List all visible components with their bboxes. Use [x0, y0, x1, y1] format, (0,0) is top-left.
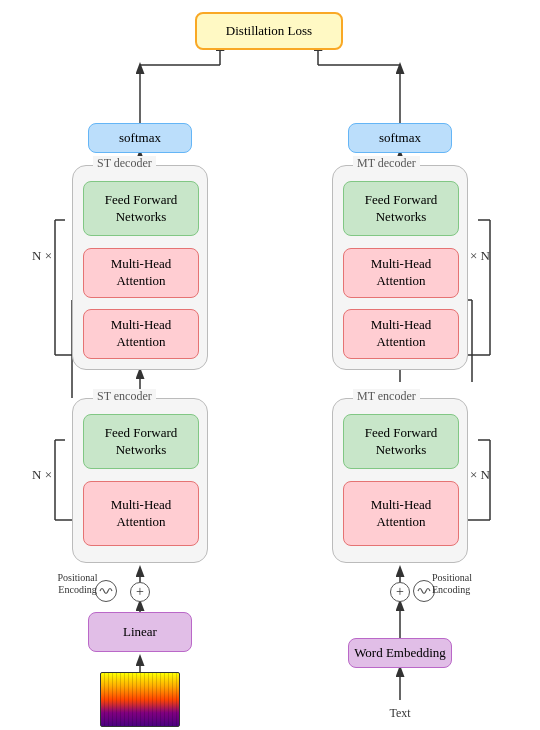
mt-softmax-box: softmax [348, 123, 452, 153]
nx-st-encoder-label: N × [32, 467, 52, 483]
st-decoder-ffn-box: Feed ForwardNetworks [83, 181, 199, 236]
mt-encoder-panel: MT encoder Feed ForwardNetworks Multi-He… [332, 398, 468, 563]
word-embedding-box: Word Embedding [348, 638, 452, 668]
mt-decoder-mha2-box: Multi-HeadAttention [343, 309, 459, 359]
st-decoder-ffn-label: Feed ForwardNetworks [105, 192, 178, 226]
linear-box: Linear [88, 612, 192, 652]
st-encoder-ffn-label: Feed ForwardNetworks [105, 425, 178, 459]
mt-plus-circle: + [390, 582, 410, 602]
nx-mt-decoder-label: × N [470, 248, 490, 264]
mt-encoder-label: MT encoder [353, 389, 420, 404]
mt-decoder-panel: MT decoder Feed ForwardNetworks Multi-He… [332, 165, 468, 370]
spectrogram-image [100, 672, 180, 727]
st-softmax-label: softmax [119, 130, 161, 147]
mt-decoder-ffn-box: Feed ForwardNetworks [343, 181, 459, 236]
st-encoder-mha-box: Multi-HeadAttention [83, 481, 199, 546]
st-decoder-mha2-box: Multi-HeadAttention [83, 309, 199, 359]
mt-decoder-ffn-label: Feed ForwardNetworks [365, 192, 438, 226]
st-decoder-panel: ST decoder Feed ForwardNetworks Multi-He… [72, 165, 208, 370]
nx-mt-encoder-label: × N [470, 467, 490, 483]
mt-encoder-mha-label: Multi-HeadAttention [371, 497, 432, 531]
st-decoder-label: ST decoder [93, 156, 156, 171]
st-plus-circle: + [130, 582, 150, 602]
text-input-label: Text [380, 706, 420, 721]
nx-st-decoder-label: N × [32, 248, 52, 264]
word-embedding-label: Word Embedding [354, 645, 446, 662]
mt-decoder-mha1-label: Multi-HeadAttention [371, 256, 432, 290]
distillation-loss-label: Distillation Loss [226, 23, 312, 40]
mt-decoder-label: MT decoder [353, 156, 420, 171]
st-encoder-label: ST encoder [93, 389, 156, 404]
st-encoder-ffn-box: Feed ForwardNetworks [83, 414, 199, 469]
mt-decoder-mha2-label: Multi-HeadAttention [371, 317, 432, 351]
diagram: Distillation Loss softmax softmax ST dec… [0, 0, 540, 730]
st-softmax-box: softmax [88, 123, 192, 153]
distillation-loss-box: Distillation Loss [195, 12, 343, 50]
st-encoder-panel: ST encoder Feed ForwardNetworks Multi-He… [72, 398, 208, 563]
mt-softmax-label: softmax [379, 130, 421, 147]
mt-encoder-ffn-label: Feed ForwardNetworks [365, 425, 438, 459]
mt-encoder-ffn-box: Feed ForwardNetworks [343, 414, 459, 469]
st-positional-encoding-label: Positional Encoding [50, 572, 105, 596]
mt-encoder-mha-box: Multi-HeadAttention [343, 481, 459, 546]
st-encoder-mha-label: Multi-HeadAttention [111, 497, 172, 531]
st-decoder-mha1-label: Multi-HeadAttention [111, 256, 172, 290]
mt-positional-encoding-label: PositionalEncoding [432, 572, 492, 596]
mt-decoder-mha1-box: Multi-HeadAttention [343, 248, 459, 298]
st-decoder-mha2-label: Multi-HeadAttention [111, 317, 172, 351]
linear-label: Linear [123, 624, 157, 641]
st-decoder-mha1-box: Multi-HeadAttention [83, 248, 199, 298]
